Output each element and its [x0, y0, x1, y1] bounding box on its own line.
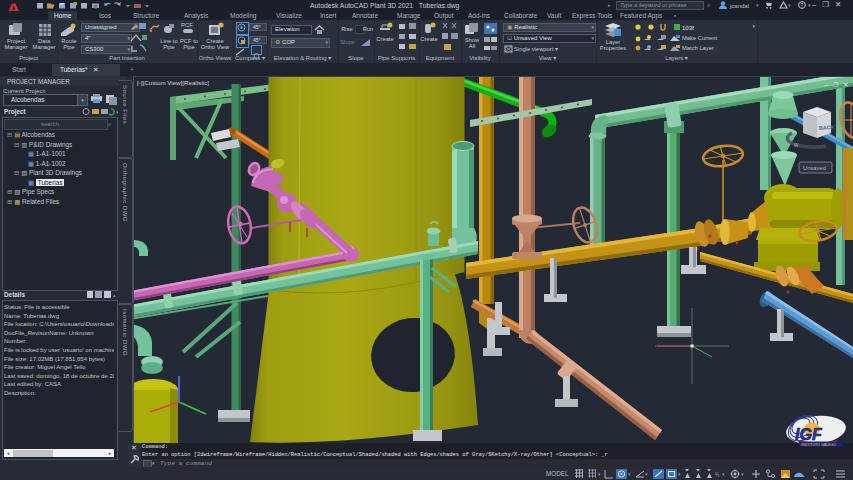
- svg-text:▾: ▾: [741, 471, 744, 477]
- svg-text:▾: ▾: [808, 2, 811, 8]
- svg-text:▾: ▾: [722, 471, 725, 477]
- svg-text:jcandal: jcandal: [729, 3, 749, 9]
- svg-text:Unsaved: Unsaved: [803, 165, 826, 171]
- svg-text:–: –: [824, 81, 828, 88]
- svg-text:▾: ▾: [116, 109, 118, 115]
- svg-text:[-][Custom View][Realistic]: [-][Custom View][Realistic]: [137, 79, 209, 86]
- svg-text:IGF: IGF: [795, 426, 823, 443]
- svg-text:⅟₁: ⅟₁: [715, 472, 720, 477]
- svg-text:▾: ▾: [645, 471, 648, 477]
- svg-text:▾: ▾: [598, 471, 601, 477]
- svg-text:❐: ❐: [833, 82, 839, 88]
- svg-text:INSTITUTO GALEGO: INSTITUTO GALEGO: [801, 443, 836, 447]
- svg-text:?: ?: [800, 2, 803, 8]
- svg-text:PCF: PCF: [181, 22, 193, 28]
- svg-text:▾: ▾: [756, 2, 759, 8]
- svg-text:BACK: BACK: [819, 124, 835, 131]
- svg-text:▾: ▾: [788, 2, 791, 8]
- svg-text:▾: ▾: [628, 471, 631, 477]
- svg-text:▾: ▾: [678, 471, 681, 477]
- svg-text:▴: ▴: [113, 292, 116, 298]
- svg-text:✕: ✕: [843, 81, 848, 88]
